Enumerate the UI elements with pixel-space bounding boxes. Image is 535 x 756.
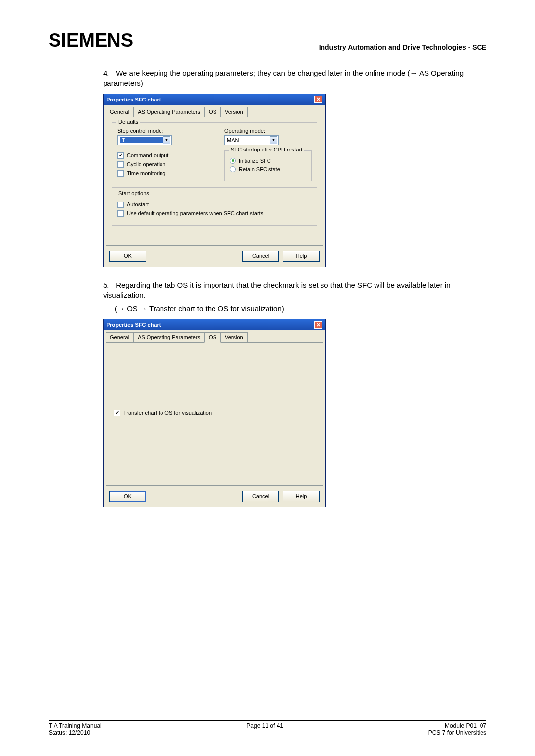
label-use-default-params: Use default operating parameters when SF… xyxy=(127,210,263,216)
tab-version[interactable]: Version xyxy=(220,107,248,117)
ok-button[interactable]: OK xyxy=(109,491,146,502)
footer-right: Module P01_07 PCS 7 for Universities xyxy=(428,722,486,736)
tab-as-operating[interactable]: AS Operating Parameters xyxy=(133,332,205,342)
tabstrip: General AS Operating Parameters OS Versi… xyxy=(104,105,325,117)
brand-logo: SIEMENS xyxy=(49,30,133,51)
step-control-label: Step control mode: xyxy=(117,128,205,134)
group-sfc-startup-legend: SFC startup after CPU restart xyxy=(229,147,304,152)
operating-mode-combo[interactable]: MAN ▼ xyxy=(224,135,279,145)
group-sfc-startup: SFC startup after CPU restart Initialize… xyxy=(224,150,312,181)
footer-left: TIA Training Manual Status: 12/2010 xyxy=(49,722,102,736)
group-start-options-legend: Start options xyxy=(116,190,151,196)
label-autostart: Autostart xyxy=(127,202,149,207)
label-initialize-sfc: Initialize SFC xyxy=(239,158,271,164)
label-retain-sfc: Retain SFC state xyxy=(239,166,280,172)
dialog-title: Properties SFC chart xyxy=(107,322,160,328)
close-icon[interactable]: ✕ xyxy=(314,96,322,103)
dialog-as-operating: Properties SFC chart ✕ General AS Operat… xyxy=(103,94,326,267)
group-start-options: Start options Autostart Use default oper… xyxy=(112,194,317,226)
dialog-title: Properties SFC chart xyxy=(107,97,160,102)
footer-left-1: TIA Training Manual xyxy=(49,722,102,729)
ok-button[interactable]: OK xyxy=(109,251,146,262)
checkbox-time-monitoring[interactable] xyxy=(117,170,124,177)
step-5-body: Regarding the tab OS it is important tha… xyxy=(103,281,451,299)
tabstrip: General AS Operating Parameters OS Versi… xyxy=(104,330,325,342)
group-defaults-legend: Defaults xyxy=(116,119,140,125)
checkbox-autostart[interactable] xyxy=(117,202,124,208)
help-button[interactable]: Help xyxy=(283,491,320,502)
step-control-value: T xyxy=(120,137,163,143)
operating-mode-label: Operating mode: xyxy=(224,128,312,134)
step-control-combo[interactable]: T ▼ xyxy=(117,135,172,145)
tab-panel-asop: Defaults Step control mode: T ▼ Command … xyxy=(106,117,323,246)
page: SIEMENS Industry Automation and Drive Te… xyxy=(0,0,535,756)
cancel-button[interactable]: Cancel xyxy=(242,251,279,262)
step-5-sub: (→ OS → Transfer chart to the OS for vis… xyxy=(115,304,486,314)
dialog-button-row: OK Cancel Help xyxy=(104,486,325,507)
titlebar: Properties SFC chart ✕ xyxy=(104,319,325,330)
group-defaults: Defaults Step control mode: T ▼ Command … xyxy=(112,122,317,188)
tab-panel-os: Transfer chart to OS for visualization xyxy=(106,342,323,486)
footer-center-1: Page 11 of 41 xyxy=(246,722,283,729)
checkbox-use-default-params[interactable] xyxy=(117,210,124,217)
footer-left-2: Status: 12/2010 xyxy=(49,729,102,736)
operating-mode-value: MAN xyxy=(227,137,270,143)
header-subtitle: Industry Automation and Drive Technologi… xyxy=(319,43,486,51)
step-4-text: 4. We are keeping the operating paramete… xyxy=(103,68,486,89)
page-header: SIEMENS Industry Automation and Drive Te… xyxy=(49,30,486,54)
footer-right-1: Module P01_07 xyxy=(428,722,486,729)
step-4-body: We are keeping the operating parameters;… xyxy=(103,69,464,87)
step-4-number: 4. xyxy=(103,68,114,78)
step-5-number: 5. xyxy=(103,280,114,290)
label-transfer-to-os: Transfer chart to OS for visualization xyxy=(123,410,212,416)
checkbox-command-output[interactable] xyxy=(117,152,124,159)
chevron-down-icon[interactable]: ▼ xyxy=(163,136,170,144)
checkbox-transfer-to-os[interactable] xyxy=(114,410,120,416)
checkbox-cyclic-operation[interactable] xyxy=(117,161,124,168)
label-cyclic-operation: Cyclic operation xyxy=(127,161,165,167)
footer-center: Page 11 of 41 xyxy=(246,722,283,736)
tab-as-operating[interactable]: AS Operating Parameters xyxy=(133,107,205,117)
close-icon[interactable]: ✕ xyxy=(314,321,322,329)
chevron-down-icon[interactable]: ▼ xyxy=(270,136,277,144)
tab-os[interactable]: OS xyxy=(204,107,221,117)
tab-os[interactable]: OS xyxy=(204,332,221,343)
radio-initialize-sfc[interactable] xyxy=(230,158,236,164)
footer-right-2: PCS 7 for Universities xyxy=(428,729,486,736)
tab-version[interactable]: Version xyxy=(220,332,248,342)
page-footer: TIA Training Manual Status: 12/2010 Page… xyxy=(49,720,486,736)
dialog-button-row: OK Cancel Help xyxy=(104,246,325,267)
dialog-os: Properties SFC chart ✕ General AS Operat… xyxy=(103,319,326,507)
tab-general[interactable]: General xyxy=(106,332,134,342)
cancel-button[interactable]: Cancel xyxy=(242,491,279,502)
label-time-monitoring: Time monitoring xyxy=(127,170,165,176)
tab-general[interactable]: General xyxy=(106,107,134,117)
step-5-text: 5. Regarding the tab OS it is important … xyxy=(103,280,486,301)
label-command-output: Command output xyxy=(127,152,168,158)
titlebar: Properties SFC chart ✕ xyxy=(104,94,325,105)
radio-retain-sfc[interactable] xyxy=(230,166,236,172)
help-button[interactable]: Help xyxy=(283,251,320,262)
